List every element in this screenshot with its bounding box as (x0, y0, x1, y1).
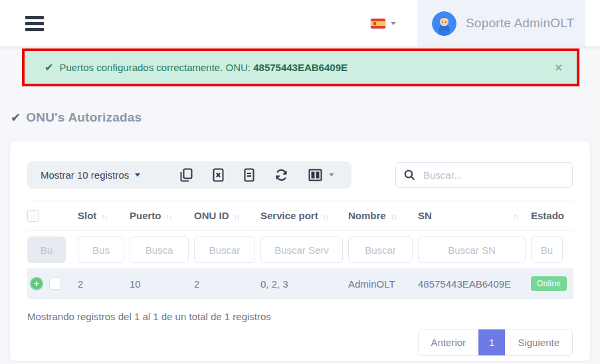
check-icon: ✔ (11, 110, 21, 125)
column-header-onu-id[interactable]: ONU ID↑↓ (194, 201, 260, 230)
user-avatar (432, 11, 456, 36)
previous-page-button[interactable]: Anterior (419, 329, 479, 355)
user-menu[interactable]: Soporte AdminOLT (417, 0, 585, 46)
table-toolbar: Mostrar 10 registros (27, 161, 573, 189)
onu-table-card: Mostrar 10 registros (10, 141, 590, 361)
column-header-puerto[interactable]: Puerto↑↓ (130, 201, 194, 230)
highlight-box: ✔ Puertos configurados correctamente. ON… (22, 48, 579, 86)
records-info: Mostrando registros del 1 al 1 de un tot… (27, 311, 573, 322)
filter-input-select (27, 236, 66, 263)
search-input[interactable] (423, 169, 564, 181)
column-header-sn[interactable]: SN↑↓ (418, 201, 531, 230)
search-icon (404, 169, 415, 181)
refresh-icon[interactable] (274, 168, 288, 182)
filter-input-nombre[interactable] (348, 236, 413, 263)
chevron-down-icon (329, 173, 334, 177)
global-search (395, 162, 573, 188)
check-icon: ✔ (45, 61, 53, 74)
column-header-nombre[interactable]: Nombre↑↓ (348, 201, 418, 230)
row-checkbox[interactable] (49, 278, 61, 290)
column-header-estado[interactable]: Estado (531, 201, 573, 230)
cell-nombre: AdminOLT (348, 268, 418, 299)
page-number-button[interactable]: 1 (478, 329, 505, 355)
cell-onu-id: 2 (194, 268, 260, 299)
toolbar-pill: Mostrar 10 registros (27, 161, 351, 189)
chevron-down-icon (391, 22, 396, 25)
filter-input-slot[interactable] (78, 236, 124, 263)
records-per-page-select[interactable]: Mostrar 10 registros (41, 169, 140, 181)
cell-puerto: 10 (130, 268, 194, 299)
select-all-checkbox[interactable] (27, 210, 39, 222)
copy-button[interactable] (180, 168, 193, 182)
column-visibility-button[interactable] (308, 169, 334, 181)
success-alert: ✔ Puertos configurados correctamente. ON… (25, 51, 577, 84)
filter-input-puerto[interactable] (130, 236, 189, 263)
column-header-slot[interactable]: Slot↑↓ (78, 201, 130, 230)
sort-icon: ↑↓ (234, 213, 240, 221)
alert-message: Puertos configurados correctamente. ONU:… (59, 62, 348, 73)
table-row: + 2 10 2 0, 2, 3 AdminOLT 48575443EAB640… (27, 268, 573, 299)
filter-input-service-port[interactable] (260, 236, 343, 263)
sort-icon: ↑↓ (323, 213, 329, 221)
onu-table: Slot↑↓ Puerto↑↓ ONU ID↑↓ Service port↑↓ … (27, 201, 573, 299)
sort-icon: ↑↓ (166, 213, 172, 221)
status-badge: Online (531, 276, 567, 291)
document-export-button[interactable] (244, 168, 254, 182)
spain-flag-icon (371, 19, 385, 29)
pagination: Anterior 1 Siguiente (418, 329, 573, 356)
cell-service-port: 0, 2, 3 (260, 268, 348, 299)
cell-sn: 48575443EAB6409E (418, 268, 531, 299)
page-title: ✔ ONU's Autorizadas (11, 110, 600, 125)
cell-slot: 2 (78, 268, 130, 299)
sort-icon: ↑↓ (391, 213, 397, 221)
filter-input-sn[interactable] (418, 236, 526, 263)
hamburger-menu-icon[interactable] (25, 13, 44, 34)
alert-onu-serial: 48575443EAB6409E (253, 62, 348, 73)
expand-row-icon[interactable]: + (30, 277, 43, 290)
next-page-button[interactable]: Siguiente (505, 329, 572, 355)
excel-export-button[interactable] (213, 168, 224, 182)
filter-input-estado[interactable] (531, 236, 563, 263)
user-name: Soporte AdminOLT (466, 16, 574, 31)
chevron-down-icon (135, 173, 140, 177)
top-header: Soporte AdminOLT (0, 0, 600, 46)
filter-input-onu-id[interactable] (194, 236, 255, 263)
close-icon[interactable]: × (555, 62, 562, 74)
sort-icon: ↑↓ (513, 212, 519, 220)
sort-icon: ↑↓ (101, 213, 107, 221)
column-header-service-port[interactable]: Service port↑↓ (260, 201, 348, 230)
language-selector[interactable] (371, 19, 396, 29)
